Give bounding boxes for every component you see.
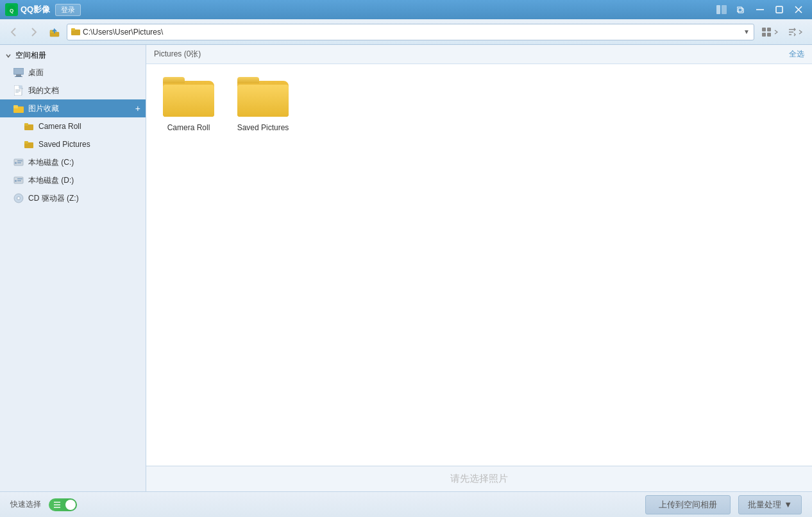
svg-rect-34 — [24, 141, 28, 144]
local-c-icon — [13, 157, 24, 168]
content-grid: Camera Roll Saved Pictures — [146, 64, 812, 466]
window-close-button[interactable] — [790, 3, 807, 16]
svg-text:Q: Q — [10, 8, 13, 13]
upload-button[interactable]: 上传到空间相册 — [645, 495, 731, 514]
saved-pictures-folder-icon — [237, 74, 289, 119]
svg-rect-13 — [71, 28, 75, 31]
login-button[interactable]: 登录 — [55, 4, 81, 16]
svg-rect-16 — [762, 33, 766, 37]
mydocs-icon — [13, 85, 24, 96]
photo-preview-area: 请先选择照片 — [146, 466, 812, 491]
local-d-icon — [13, 174, 24, 186]
grid-view-button[interactable] — [758, 24, 782, 40]
address-bar[interactable]: ▼ — [67, 24, 754, 40]
batch-label: 批量处理 — [748, 499, 781, 511]
sidebar-item-desktop[interactable]: 桌面 — [0, 64, 146, 81]
sidebar-item-local-d-label: 本地磁盘 (D:) — [28, 175, 74, 186]
sidebar-item-desktop-label: 桌面 — [28, 67, 44, 78]
address-folder-icon — [71, 28, 80, 37]
content-title: Pictures (0张) — [154, 49, 201, 60]
sidebar-item-pictures[interactable]: 图片收藏 + — [0, 99, 146, 117]
svg-rect-7 — [776, 6, 782, 13]
address-input[interactable] — [83, 28, 743, 37]
svg-point-40 — [15, 180, 17, 182]
svg-marker-25 — [19, 85, 22, 89]
address-dropdown-button[interactable]: ▼ — [743, 28, 750, 35]
batch-button[interactable]: 批量处理 ▼ — [738, 495, 802, 514]
svg-rect-4 — [738, 8, 743, 13]
svg-rect-15 — [767, 28, 771, 31]
sidebar-item-saved-pictures[interactable]: Saved Pictures — [0, 135, 146, 153]
svg-rect-5 — [737, 7, 742, 12]
svg-rect-30 — [13, 105, 18, 108]
svg-point-45 — [18, 198, 19, 199]
toggle-lines-decoration — [54, 502, 60, 508]
svg-rect-37 — [17, 160, 22, 162]
svg-rect-14 — [762, 28, 766, 31]
add-album-button[interactable]: + — [135, 103, 140, 114]
app-name: QQ影像 — [21, 4, 50, 15]
svg-rect-32 — [24, 123, 28, 126]
sidebar-item-cd-z[interactable]: CD 驱动器 (Z:) — [0, 189, 146, 207]
sidebar-item-local-c[interactable]: 本地磁盘 (C:) — [0, 153, 146, 171]
saved-pictures-label: Saved Pictures — [237, 123, 289, 132]
svg-rect-23 — [15, 76, 22, 77]
select-all-button[interactable]: 全选 — [789, 49, 804, 60]
svg-rect-2 — [716, 5, 720, 14]
sidebar: 空间相册 桌面 — [0, 45, 146, 491]
toggle-knob — [65, 500, 76, 510]
toolbar: ▼ — [0, 19, 812, 45]
svg-rect-38 — [17, 162, 21, 164]
batch-arrow-icon: ▼ — [784, 500, 792, 509]
saved-pictures-icon — [23, 139, 35, 150]
cd-z-icon — [13, 192, 24, 204]
up-button[interactable] — [46, 24, 63, 40]
main-layout: 空间相册 桌面 — [0, 45, 812, 491]
sidebar-item-mydocs[interactable]: 我的文档 — [0, 81, 146, 99]
sidebar-section-label: 空间相册 — [15, 50, 46, 61]
sidebar-item-saved-pictures-label: Saved Pictures — [38, 140, 90, 149]
sidebar-item-camera-roll[interactable]: Camera Roll — [0, 117, 146, 135]
camera-roll-label: Camera Roll — [167, 123, 210, 132]
forward-button[interactable] — [26, 24, 42, 40]
pictures-folder-icon — [13, 103, 24, 114]
sidebar-item-cd-z-label: CD 驱动器 (Z:) — [28, 193, 79, 204]
svg-rect-42 — [17, 180, 21, 182]
sidebar-item-local-d[interactable]: 本地磁盘 (D:) — [0, 171, 146, 189]
svg-rect-22 — [16, 74, 21, 76]
sidebar-section-space-album[interactable]: 空间相册 — [0, 45, 146, 64]
svg-point-36 — [15, 162, 17, 164]
sort-button[interactable] — [784, 24, 807, 40]
sidebar-item-local-c-label: 本地磁盘 (C:) — [28, 157, 74, 168]
svg-rect-3 — [722, 5, 727, 14]
window-minimize-button[interactable] — [752, 3, 768, 16]
content-area: Pictures (0张) 全选 Camera Roll — [146, 45, 812, 491]
sidebar-item-pictures-label: 图片收藏 — [28, 103, 59, 114]
svg-rect-41 — [17, 178, 22, 180]
window-maximize-button[interactable] — [771, 3, 788, 16]
sidebar-item-mydocs-label: 我的文档 — [28, 85, 59, 96]
desktop-icon — [13, 67, 24, 78]
folder-saved-pictures[interactable]: Saved Pictures — [231, 74, 295, 132]
back-button[interactable] — [5, 24, 22, 40]
view-buttons — [758, 24, 807, 40]
svg-rect-17 — [767, 33, 771, 37]
placeholder-text: 请先选择照片 — [450, 473, 508, 485]
camera-roll-folder-icon — [163, 74, 214, 119]
quick-select-label: 快速选择 — [10, 499, 41, 510]
window-controls — [713, 3, 807, 16]
quick-select-toggle[interactable] — [49, 498, 77, 511]
titlebar: Q QQ影像 登录 — [0, 0, 812, 19]
content-header: Pictures (0张) 全选 — [146, 45, 812, 64]
svg-rect-21 — [13, 68, 24, 74]
window-restore-button[interactable] — [732, 3, 749, 16]
footer-bar: 快速选择 上传到空间相册 批量处理 ▼ — [0, 491, 812, 517]
camera-roll-icon — [23, 121, 35, 132]
app-logo: Q — [5, 3, 18, 16]
sidebar-item-camera-roll-label: Camera Roll — [38, 122, 81, 131]
folder-camera-roll[interactable]: Camera Roll — [156, 74, 221, 132]
sidebar-toggle-button[interactable] — [713, 3, 730, 16]
